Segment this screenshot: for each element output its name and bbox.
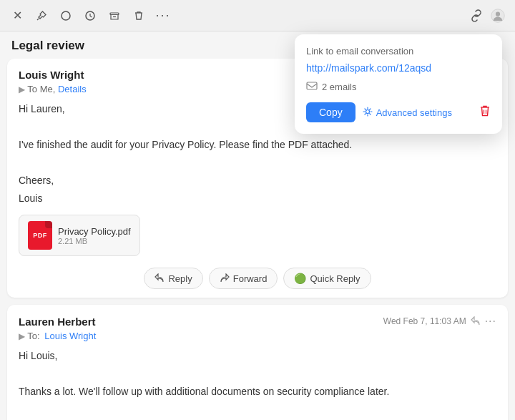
email-1-actions: Reply Forward 🟢 Quick Reply bbox=[19, 265, 496, 289]
quick-reply-label: Quick Reply bbox=[310, 273, 360, 284]
forward-label: Forward bbox=[233, 273, 268, 284]
circle-icon[interactable] bbox=[59, 9, 73, 23]
user-avatar[interactable] bbox=[491, 9, 505, 23]
advanced-settings-button[interactable]: Advanced settings bbox=[363, 107, 452, 119]
close-icon[interactable]: ✕ bbox=[10, 9, 24, 23]
settings-icon bbox=[363, 107, 373, 119]
trash-icon[interactable] bbox=[132, 9, 146, 23]
svg-rect-10 bbox=[307, 82, 317, 89]
svg-point-1 bbox=[62, 11, 70, 20]
main-window: ✕ bbox=[0, 0, 515, 420]
to-details-link[interactable]: Details bbox=[58, 84, 87, 94]
toolbar-right bbox=[469, 9, 505, 23]
svg-line-4 bbox=[90, 16, 92, 17]
page-title: Legal review bbox=[11, 39, 84, 52]
popup-title: Link to email conversation bbox=[306, 46, 491, 57]
email-2-header: Lauren Herbert Wed Feb 7, 11:03 AM ··· bbox=[19, 315, 496, 328]
advanced-label: Advanced settings bbox=[376, 107, 452, 118]
envelope-icon bbox=[306, 81, 318, 92]
email-2-header-actions: Wed Feb 7, 11:03 AM ··· bbox=[383, 315, 496, 328]
copy-button[interactable]: Copy bbox=[306, 102, 355, 122]
attachment-pdf[interactable]: PDF Privacy Policy.pdf 2.21 MB bbox=[19, 215, 140, 256]
reply-icon bbox=[154, 273, 165, 284]
popup-actions: Copy Advanced settings bbox=[306, 102, 491, 122]
forward-button[interactable]: Forward bbox=[209, 268, 278, 289]
link-popup: Link to email conversation http://mailsp… bbox=[295, 34, 502, 134]
quick-reply-button[interactable]: 🟢 Quick Reply bbox=[283, 268, 371, 289]
quick-reply-icon: 🟢 bbox=[294, 273, 306, 284]
more-options-btn[interactable]: ··· bbox=[485, 315, 496, 328]
toolbar: ✕ bbox=[0, 0, 515, 31]
email-2-sender: Lauren Herbert bbox=[19, 316, 96, 328]
email-2-body: Hi Louis, Thanks a lot. We'll follow up … bbox=[19, 348, 496, 420]
email-1-sender: Louis Wright bbox=[19, 69, 84, 81]
svg-line-0 bbox=[37, 19, 39, 20]
to-text: To: bbox=[27, 331, 39, 341]
attachment-size: 2.21 MB bbox=[58, 237, 131, 245]
more-icon[interactable]: ··· bbox=[156, 9, 170, 23]
toolbar-left: ✕ bbox=[10, 9, 170, 23]
to-label: ▶ bbox=[19, 84, 27, 94]
svg-point-11 bbox=[366, 109, 369, 113]
email-2-to: ▶ To: Louis Wright bbox=[19, 331, 496, 341]
email-card-2: Lauren Herbert Wed Feb 7, 11:03 AM ··· ▶… bbox=[7, 305, 508, 420]
email-count: 2 emails bbox=[322, 82, 356, 92]
clock-icon[interactable] bbox=[83, 9, 97, 23]
reply-icon-btn[interactable] bbox=[471, 316, 481, 327]
forward-icon bbox=[220, 273, 230, 284]
archive-icon[interactable] bbox=[107, 9, 122, 23]
popup-meta: 2 emails bbox=[306, 81, 491, 92]
popup-delete-button[interactable] bbox=[479, 104, 491, 120]
to-me-label: To Me, bbox=[27, 84, 55, 94]
email-2-date: Wed Feb 7, 11:03 AM bbox=[383, 316, 466, 326]
to-label-2: ▶ bbox=[19, 331, 27, 341]
link-chain-icon[interactable] bbox=[469, 9, 484, 23]
attachment-info: Privacy Policy.pdf 2.21 MB bbox=[58, 226, 131, 245]
to-person-link[interactable]: Louis Wright bbox=[44, 331, 96, 341]
pdf-file-icon: PDF bbox=[28, 221, 52, 250]
reply-button[interactable]: Reply bbox=[144, 268, 202, 289]
svg-point-9 bbox=[496, 11, 500, 16]
svg-rect-5 bbox=[110, 13, 119, 15]
popup-url[interactable]: http://mailspark.com/12aqsd bbox=[306, 62, 491, 74]
pin-icon[interactable] bbox=[34, 9, 49, 23]
attachment-name: Privacy Policy.pdf bbox=[58, 226, 131, 237]
reply-label: Reply bbox=[168, 273, 192, 284]
